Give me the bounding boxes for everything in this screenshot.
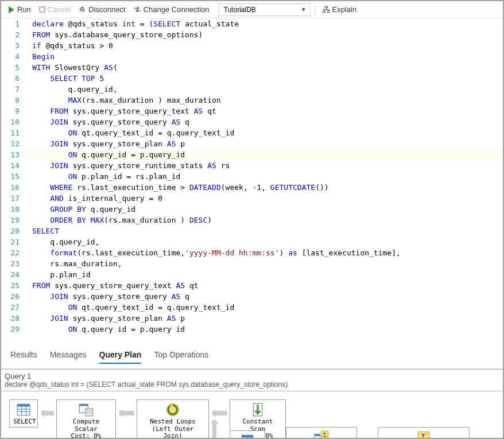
plan-node-sublabel: (Left Outer Join) <box>141 426 205 439</box>
code-line[interactable]: JOIN sys.query_store_plan AS p <box>25 313 503 324</box>
code-line[interactable]: ON q.query id = p.query id <box>25 324 503 335</box>
code-line[interactable]: format(rs.last_execution_time,'yyyy-MM-d… <box>25 247 503 258</box>
cancel-button: Cancel <box>37 4 73 15</box>
svg-text:Σ: Σ <box>421 432 426 439</box>
code-line[interactable]: FROM sys.query_store_query_text AS qt <box>25 106 503 116</box>
change-connection-icon <box>134 6 141 13</box>
explain-label: Explain <box>332 5 357 14</box>
code-line[interactable]: q.query_id, <box>25 236 503 247</box>
svg-rect-16 <box>90 412 92 413</box>
tab-messages[interactable]: Messages <box>50 350 87 364</box>
code-line[interactable]: WITH SlowestQry AS( <box>25 62 503 73</box>
tab-query-plan[interactable]: Query Plan <box>99 350 142 364</box>
plan-node-compute-scalar[interactable]: Compute Scalar Cost: 0% <box>56 399 116 439</box>
disconnect-button[interactable]: Disconnect <box>76 4 127 15</box>
code-line[interactable]: JOIN sys.query_store_runtime_stats AS rs <box>25 160 503 171</box>
code-line[interactable]: AND is_internal_query = 0 <box>25 193 503 204</box>
code-line[interactable]: declare @qds_status int = (SELECT actual… <box>25 18 503 29</box>
constant-scan-icon <box>250 402 265 417</box>
code-lines[interactable]: declare @qds_status int = (SELECT actual… <box>25 18 503 345</box>
svg-rect-14 <box>90 410 92 411</box>
query-plan-header: Query 1 declare @qds_status int = (SELEC… <box>1 370 503 391</box>
code-line[interactable]: Begin <box>25 51 503 62</box>
plan-node-select[interactable]: SELECT <box>9 399 38 428</box>
code-line[interactable]: q.query_id, <box>25 84 503 95</box>
code-line[interactable]: FROM sys.query_store_query_text AS qt <box>25 280 503 291</box>
toolbar-separator <box>315 5 316 15</box>
code-line[interactable]: JOIN sys.query_store_plan AS p <box>25 138 503 149</box>
table-icon <box>16 402 31 417</box>
explain-icon <box>323 6 330 13</box>
cancel-label: Cancel <box>48 5 71 14</box>
sql-editor[interactable]: 1234567891011121314151617181920212223242… <box>1 18 503 345</box>
plan-node-label: Nested Loops <box>141 418 205 426</box>
disconnect-icon <box>79 6 86 13</box>
tab-results[interactable]: Results <box>10 350 37 364</box>
connection-selected: TutorialDB <box>224 6 256 14</box>
plan-node-nested-loops[interactable]: Nested Loops (Left Outer Join) Cost: 0% <box>137 399 209 439</box>
plan-node-label: SELECT <box>13 418 34 426</box>
svg-rect-15 <box>87 412 88 413</box>
explain-button[interactable]: Explain <box>320 4 359 15</box>
code-line[interactable]: ON qt.query_text_id = q.query_text_id <box>25 302 503 313</box>
play-icon <box>8 6 15 13</box>
code-line[interactable]: SELECT <box>25 226 503 236</box>
svg-rect-11 <box>79 404 88 406</box>
code-line[interactable]: rs.max_duration, <box>25 258 503 269</box>
compute-icon <box>79 402 94 417</box>
disconnect-label: Disconnect <box>88 5 125 14</box>
tab-top-operations[interactable]: Top Operations <box>154 350 208 364</box>
plan-arrow <box>119 411 134 415</box>
code-line[interactable]: ORDER BY MAX(rs.max_duration ) DESC) <box>25 215 503 226</box>
stop-icon <box>39 6 45 13</box>
plan-node-cost: Cost: 0% <box>60 433 112 439</box>
change-connection-button[interactable]: Change Connection <box>131 4 212 15</box>
plan-node-assert[interactable]: Assert Cost: 0% <box>230 430 265 439</box>
svg-rect-1 <box>325 6 327 7</box>
code-line[interactable]: ON qt.query_text_id = q.query_text_id <box>25 127 503 138</box>
query-plan-panel: Query 1 declare @qds_status int = (SELEC… <box>1 369 503 439</box>
code-line[interactable]: WHERE rs.last_execution_time > DATEADD(w… <box>25 182 503 193</box>
loops-icon <box>165 402 180 417</box>
code-line[interactable]: p.plan_id <box>25 269 503 280</box>
query-toolbar: Run Cancel Disconnect Change Connection … <box>1 1 503 18</box>
svg-rect-3 <box>327 11 329 13</box>
code-line[interactable]: SELECT TOP 5 <box>25 73 503 84</box>
aggregate-icon: Σ <box>314 430 329 439</box>
code-line[interactable]: JOIN sys.query_store_query AS q <box>25 116 503 127</box>
code-line[interactable]: JOIN sys.query_store_query AS q <box>25 291 503 302</box>
change-connection-label: Change Connection <box>144 5 210 14</box>
chevron-down-icon: ▼ <box>301 6 307 13</box>
connection-select[interactable]: TutorialDB ▼ <box>219 3 311 16</box>
code-line[interactable]: if @qds_status > 0 <box>25 40 503 51</box>
line-gutter: 1234567891011121314151617181920212223242… <box>1 18 25 345</box>
plan-node-tvf[interactable]: Σ Table-valued function [QUERY_STORE_OPT… <box>378 427 470 439</box>
query-plan-canvas[interactable]: SELECT Compute Scalar Cost: 0% Nested Lo… <box>1 391 503 439</box>
run-label: Run <box>17 5 31 14</box>
code-line[interactable]: GROUP BY q.query_id <box>25 204 503 215</box>
code-line[interactable]: ON q.query_id = p.query_id <box>25 149 503 160</box>
query-plan-title: Query 1 <box>5 372 499 380</box>
svg-rect-13 <box>87 410 88 411</box>
code-line[interactable]: ON p.plan_id = rs.plan_id <box>25 171 503 182</box>
query-plan-subtitle: declare @qds_status int = (SELECT actual… <box>5 380 499 389</box>
svg-rect-23 <box>315 434 320 436</box>
plan-arrow <box>41 411 54 415</box>
results-tabs: Results Messages Query Plan Top Operatio… <box>1 345 503 369</box>
svg-text:Σ: Σ <box>323 431 327 438</box>
code-line[interactable]: FROM sys.database_query_store_options) <box>25 29 503 40</box>
svg-rect-0 <box>40 7 45 12</box>
svg-rect-12 <box>86 409 93 416</box>
run-button[interactable]: Run <box>6 4 33 15</box>
tvf-icon: Σ <box>416 430 431 439</box>
svg-rect-5 <box>17 404 30 406</box>
plan-arrow <box>212 420 216 439</box>
svg-rect-20 <box>242 435 253 437</box>
plan-arrow <box>212 411 227 415</box>
plan-node-label: Compute Scalar <box>60 418 112 433</box>
assert-icon <box>240 433 255 439</box>
svg-rect-2 <box>323 11 325 13</box>
plan-node-stream-aggregate[interactable]: Σ Stream Aggregate (Aggregate) Cost: 37% <box>286 427 357 439</box>
code-line[interactable]: MAX(rs.max_duration ) max_duration <box>25 95 503 106</box>
